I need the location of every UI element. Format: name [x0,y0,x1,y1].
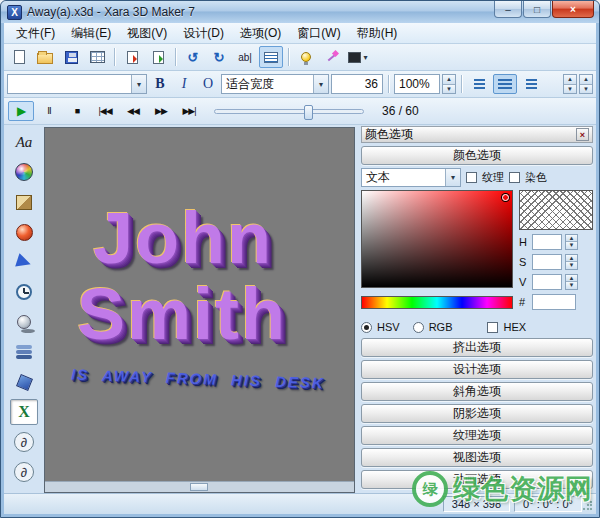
save-button[interactable] [59,46,83,68]
prev-frame-button[interactable]: ◀◀ [120,101,146,121]
canvas-scrollbar-thumb[interactable] [190,483,208,491]
preset-tool-1[interactable]: ∂ [10,429,38,455]
saturation-value-square[interactable] [361,190,513,288]
design-canvas[interactable]: John Smith IS AWAY FROM HIS DESK [44,127,355,493]
frame-slider-thumb[interactable] [304,105,313,120]
first-frame-button[interactable]: |◀◀ [92,101,118,121]
text-area-icon [264,52,278,63]
texture-options-tool[interactable] [10,189,38,215]
preset-tool-2[interactable]: ∂ [10,459,38,485]
menu-options[interactable]: 选项(O) [232,23,289,44]
menu-edit[interactable]: 编辑(E) [63,23,119,44]
align-right-button[interactable] [519,74,543,94]
spacing-stepper[interactable]: ▲ ▼ [563,74,577,94]
stop-button[interactable]: ■ [64,101,90,121]
menu-help[interactable]: 帮助(H) [349,23,406,44]
zoom-stepper[interactable]: ▲ ▼ [442,74,456,94]
close-button[interactable]: × [552,1,594,18]
color-options-tool[interactable] [10,159,38,185]
layers-tool[interactable] [10,339,38,365]
tracking-stepper[interactable]: ▲ ▼ [579,74,593,94]
stepper-down-icon[interactable]: ▼ [564,84,576,94]
canvas-text-line1: John [93,202,273,274]
value-field[interactable] [532,274,562,290]
canvas-text-line3: IS AWAY FROM HIS DESK [71,366,325,392]
menu-window[interactable]: 窗口(W) [289,23,348,44]
outline-button[interactable]: O [197,74,219,94]
resize-grip-icon[interactable] [582,501,592,511]
canvas-scrollbar[interactable] [45,481,354,492]
lights-button[interactable] [294,46,318,68]
text-options-tool[interactable]: Aa [10,129,38,155]
hue-stepper[interactable]: ▲ ▼ [565,234,578,250]
open-button[interactable] [33,46,57,68]
import-text-button[interactable] [120,46,144,68]
tint-checkbox[interactable] [509,172,520,183]
menu-file[interactable]: 文件(F) [8,23,63,44]
hex-checkbox[interactable] [487,322,498,333]
texture-checkbox[interactable] [466,172,477,183]
menu-view[interactable]: 视图(V) [119,23,175,44]
italic-button[interactable]: I [173,74,195,94]
extrude-options-tool[interactable] [10,249,38,275]
texture-options-button[interactable]: 纹理选项 [361,426,593,445]
menu-design[interactable]: 设计(D) [175,23,232,44]
hue-field[interactable] [532,234,562,250]
stepper-down-icon[interactable]: ▼ [443,84,455,94]
color-options-button[interactable]: 颜色选项 [361,146,593,165]
panel-close-button[interactable]: × [576,128,589,141]
redo-button[interactable]: ↻ [207,46,231,68]
insert-text-button[interactable]: ab| [233,46,257,68]
saturation-stepper[interactable]: ▲ ▼ [565,254,578,270]
bold-button[interactable]: B [149,74,171,94]
hue-bar[interactable] [361,296,513,309]
hex-field[interactable] [532,294,576,310]
xara-tool[interactable]: X [10,399,38,425]
align-left-button[interactable] [467,74,491,94]
zoom-field[interactable]: 100% [394,74,440,94]
animation-timing-tool[interactable] [10,279,38,305]
frame-slider[interactable] [214,109,364,114]
xara-x-icon: X [18,403,30,421]
design-options-button[interactable]: 设计选项 [361,360,593,379]
color-cursor-icon[interactable] [502,194,509,201]
font-combo[interactable]: ▾ [7,74,147,94]
stepper-up-icon[interactable]: ▲ [443,75,455,84]
pause-button[interactable]: Ⅱ [36,101,62,121]
view-options-tool[interactable] [10,369,38,395]
shadow-options-tool[interactable] [10,309,38,335]
animation-options-button[interactable]: 动画选项 [361,470,593,489]
bevel-options-tool[interactable] [10,219,38,245]
font-size-field[interactable]: 36 [331,74,383,94]
stepper-down-icon[interactable]: ▼ [566,281,577,289]
play-button[interactable]: ▶ [8,101,34,121]
next-frame-button[interactable]: ▶▶ [148,101,174,121]
export-button[interactable] [85,46,109,68]
color-dropdown-button[interactable]: ▾ [346,46,370,68]
stepper-up-icon[interactable]: ▲ [564,75,576,84]
rgb-radio[interactable] [413,322,424,333]
new-button[interactable] [7,46,31,68]
stepper-down-icon[interactable]: ▼ [580,84,592,94]
text-mode-button[interactable] [259,46,283,68]
bevel-options-button[interactable]: 斜角选项 [361,382,593,401]
value-stepper[interactable]: ▲ ▼ [565,274,578,290]
export-text-button[interactable] [146,46,170,68]
shadow-options-button[interactable]: 阴影选项 [361,404,593,423]
align-center-button[interactable] [493,74,517,94]
title-bar[interactable]: X Away(a).x3d - Xara 3D Maker 7 – □ × [1,1,599,23]
color-target-combo[interactable]: 文本 ▾ [361,168,461,187]
fit-width-combo[interactable]: 适合宽度 ▾ [221,74,329,94]
undo-button[interactable]: ↺ [181,46,205,68]
view-options-button[interactable]: 视图选项 [361,448,593,467]
stepper-down-icon[interactable]: ▼ [566,241,577,249]
maximize-button[interactable]: □ [523,1,551,18]
minimize-button[interactable]: – [494,1,522,18]
saturation-field[interactable] [532,254,562,270]
stepper-down-icon[interactable]: ▼ [566,261,577,269]
extrude-options-button[interactable]: 挤出选项 [361,338,593,357]
stepper-up-icon[interactable]: ▲ [580,75,592,84]
last-frame-button[interactable]: ▶▶| [176,101,202,121]
hsv-radio[interactable] [361,322,372,333]
wand-button[interactable] [320,46,344,68]
